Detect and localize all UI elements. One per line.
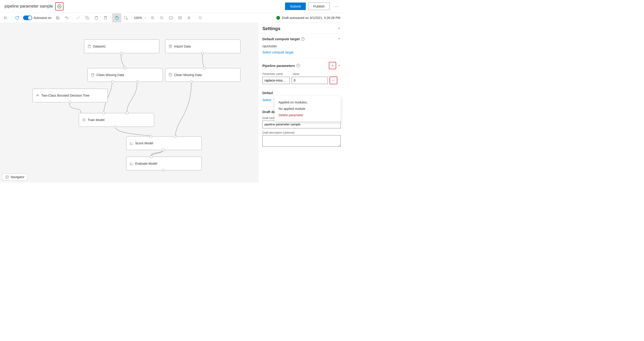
scatter-icon bbox=[130, 142, 133, 145]
page-title: pipeline parameter sample bbox=[4, 4, 53, 9]
svg-point-0 bbox=[59, 6, 60, 7]
refresh-icon[interactable] bbox=[12, 13, 22, 22]
publish-button[interactable]: Publish bbox=[308, 2, 330, 10]
param-name-header: Parameter name bbox=[262, 72, 290, 76]
draft-desc-label: Draft description (optional) bbox=[262, 131, 341, 134]
svg-point-15 bbox=[38, 96, 39, 96]
svg-point-20 bbox=[132, 143, 132, 144]
svg-point-8 bbox=[199, 16, 202, 19]
delete-parameter-button[interactable]: Delete parameter bbox=[278, 112, 336, 118]
flyout-applied-label: Applied on modules: bbox=[278, 99, 336, 106]
broom-icon bbox=[168, 73, 172, 77]
svg-point-14 bbox=[36, 96, 37, 96]
node-clean-missing-2[interactable]: Clean Missing Data bbox=[165, 68, 240, 82]
node-import-data[interactable]: Import Data bbox=[165, 40, 240, 53]
svg-point-21 bbox=[131, 164, 131, 164]
check-circle-icon: ✓ bbox=[276, 16, 280, 20]
node-evaluate-model[interactable]: Evaluate Model bbox=[126, 157, 202, 170]
param-value-input[interactable] bbox=[292, 77, 328, 84]
navigator-icon bbox=[5, 175, 9, 179]
node-train-model[interactable]: Train Model bbox=[79, 113, 154, 127]
chevron-down-icon[interactable] bbox=[338, 37, 341, 41]
library-icon[interactable] bbox=[1, 13, 10, 22]
svg-point-16 bbox=[84, 120, 84, 120]
svg-point-17 bbox=[83, 118, 86, 121]
node-two-class-tree[interactable]: Two-Class Boosted Decision Tree bbox=[32, 88, 108, 102]
compute-section-title: Default compute target bbox=[262, 37, 300, 41]
header-bar: pipeline parameter sample Submit Publish… bbox=[0, 0, 345, 13]
zoom-value: 100% bbox=[134, 16, 142, 20]
toolbar: Autosave on 100% bbox=[0, 13, 345, 23]
save-icon[interactable] bbox=[53, 13, 62, 22]
copy-icon[interactable] bbox=[83, 13, 92, 22]
add-parameter-button[interactable] bbox=[329, 62, 336, 69]
redo-icon[interactable] bbox=[74, 13, 83, 22]
draft-desc-input[interactable] bbox=[262, 135, 341, 147]
zoom-in-icon[interactable] bbox=[148, 13, 157, 22]
tree-icon bbox=[36, 94, 40, 97]
settings-panel: Settings Default compute target ? cpuclu… bbox=[258, 23, 345, 183]
select-compute-link[interactable]: Select compute target bbox=[262, 49, 341, 56]
broom-icon bbox=[91, 73, 94, 77]
status-bar: ✓ Draft autosaved on 3/1/2021, 5:26:28 P… bbox=[276, 16, 344, 20]
param-more-button[interactable]: ⋯ bbox=[330, 76, 337, 84]
select-datastore-link-fragment[interactable]: Select bbox=[262, 98, 271, 102]
auto-layout-icon[interactable] bbox=[184, 13, 194, 22]
params-section-title: Pipeline parameters bbox=[262, 64, 295, 68]
param-value-header: Value bbox=[292, 72, 300, 76]
actual-size-icon[interactable] bbox=[176, 13, 184, 22]
pan-icon[interactable] bbox=[112, 13, 121, 22]
header-more-button[interactable]: ⋯ bbox=[333, 3, 340, 10]
node-label: Score Model bbox=[135, 142, 153, 145]
help-icon[interactable]: ? bbox=[301, 37, 305, 41]
navigator-button[interactable]: Navigator bbox=[2, 174, 28, 180]
fit-icon[interactable] bbox=[166, 13, 176, 22]
gear-icon bbox=[57, 4, 62, 9]
node-score-model[interactable]: Score Model bbox=[126, 136, 202, 150]
node-label: Evaluate Model bbox=[135, 162, 157, 165]
status-text: Draft autosaved on 3/1/2021, 5:26:28 PM bbox=[282, 16, 340, 20]
node-label: Clean Missing Data bbox=[174, 73, 202, 77]
node-label: Two-Class Boosted Decision Tree bbox=[41, 94, 89, 97]
param-name-input[interactable] bbox=[262, 77, 290, 84]
autosave-toggle[interactable] bbox=[23, 16, 32, 20]
settings-gear-button[interactable] bbox=[55, 2, 64, 10]
svg-point-22 bbox=[132, 163, 132, 163]
gear-small-icon bbox=[82, 118, 86, 122]
zoom-dropdown[interactable] bbox=[142, 13, 148, 22]
svg-rect-1 bbox=[87, 17, 89, 20]
svg-point-23 bbox=[132, 164, 132, 164]
node-label: Train Model bbox=[88, 118, 104, 122]
close-icon[interactable] bbox=[337, 26, 341, 31]
database-icon bbox=[88, 44, 91, 48]
svg-point-11 bbox=[92, 73, 94, 74]
svg-point-13 bbox=[38, 94, 38, 95]
select-icon[interactable] bbox=[121, 13, 130, 22]
undo-icon[interactable] bbox=[62, 13, 72, 22]
compute-value: cpucluster bbox=[262, 43, 341, 49]
delete-icon[interactable] bbox=[101, 13, 110, 22]
svg-point-18 bbox=[131, 144, 131, 144]
chevron-down-icon[interactable] bbox=[338, 64, 341, 68]
search-icon[interactable] bbox=[196, 13, 205, 22]
submit-button[interactable]: Submit bbox=[285, 2, 306, 10]
zoom-out-icon[interactable] bbox=[157, 13, 166, 22]
param-context-menu: Applied on modules: No applied module De… bbox=[274, 96, 341, 122]
node-dataset1[interactable]: Dataset1 bbox=[84, 40, 160, 53]
svg-rect-24 bbox=[6, 176, 8, 178]
svg-point-10 bbox=[169, 45, 172, 46]
paste-icon[interactable] bbox=[92, 13, 101, 22]
draft-name-input[interactable] bbox=[262, 120, 341, 128]
chart-icon bbox=[130, 162, 133, 165]
flyout-none-label: No applied module bbox=[278, 106, 336, 112]
autosave-label: Autosave on bbox=[34, 16, 52, 20]
node-label: Dataset1 bbox=[93, 44, 106, 48]
svg-point-12 bbox=[169, 73, 172, 74]
canvas[interactable]: Dataset1 Import Data Clean Missing Data … bbox=[0, 23, 258, 183]
node-clean-missing-1[interactable]: Clean Missing Data bbox=[88, 68, 163, 82]
panel-title: Settings bbox=[262, 26, 280, 31]
help-icon[interactable]: ? bbox=[296, 64, 300, 68]
compute-section: Default compute target ? cpucluster Sele… bbox=[258, 34, 345, 58]
datastore-section-title-fragment: Defaul bbox=[262, 91, 273, 95]
svg-rect-7 bbox=[178, 16, 182, 19]
